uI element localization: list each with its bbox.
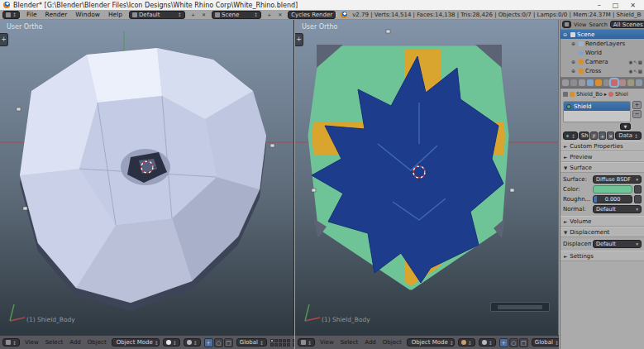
maximize-button[interactable]: □ xyxy=(613,2,619,9)
mode-dropdown[interactable]: Object Mode ↕ xyxy=(407,338,455,347)
viewport-left-canvas[interactable] xyxy=(0,20,294,335)
menu-view[interactable]: View xyxy=(318,339,336,346)
delete-layout-button[interactable]: ✕ xyxy=(201,12,207,17)
rotate-manipulator-button[interactable]: ○ xyxy=(214,338,223,347)
restrict-render-icon[interactable]: ▦ xyxy=(638,69,642,74)
tab-object[interactable] xyxy=(595,79,602,86)
shield-model-solid[interactable] xyxy=(20,48,266,311)
outliner-editor-selector[interactable] xyxy=(562,21,571,28)
panel-volume[interactable]: ► Volume xyxy=(561,216,644,227)
add-layout-button[interactable]: + xyxy=(190,12,196,17)
shield-model-material[interactable] xyxy=(307,45,510,289)
viewport-shading-dropdown[interactable]: ↕ xyxy=(163,338,180,347)
mode-dropdown[interactable]: Object Mode ↕ xyxy=(112,338,160,347)
data-source-dropdown[interactable]: Data ↕ xyxy=(615,131,642,140)
editor-type-selector[interactable]: ↕ xyxy=(2,11,20,19)
roughness-socket-button[interactable] xyxy=(634,195,642,203)
pivot-dropdown[interactable]: ↕ xyxy=(479,338,496,347)
tab-scene[interactable] xyxy=(579,79,585,86)
render-engine-dropdown[interactable]: Cycles Render ↕ xyxy=(288,11,336,19)
tab-texture[interactable] xyxy=(619,79,626,86)
layers-widget[interactable] xyxy=(270,339,294,347)
menu-add[interactable]: Add xyxy=(68,339,83,346)
translate-manipulator-button[interactable]: + xyxy=(204,338,213,347)
toolshelf-expand-tab[interactable]: + xyxy=(0,33,8,46)
rotate-manipulator-button[interactable]: ○ xyxy=(509,338,518,347)
restrict-render-icon[interactable]: ▦ xyxy=(638,60,642,65)
menu-render[interactable]: Render xyxy=(44,11,69,18)
origin-marker[interactable] xyxy=(312,189,316,192)
restrict-select-icon[interactable]: ↖ xyxy=(633,69,637,74)
tree-item-cross[interactable]: ⊕ Cross ◉ ↖ ▦ xyxy=(561,66,644,75)
collapse-icon[interactable]: ⊖ xyxy=(563,31,569,37)
tree-item-renderlayers[interactable]: ⊕ RenderLayers xyxy=(561,39,644,48)
material-slot-selected[interactable]: Shield xyxy=(564,102,630,111)
close-button[interactable]: ✕ xyxy=(630,2,636,9)
expand-icon[interactable]: ⊕ xyxy=(571,68,577,74)
tree-item-camera[interactable]: ⊕ Camera ◉ ↖ ▦ xyxy=(561,57,644,66)
surface-shader-dropdown[interactable]: Diffuse BSDF ▾ xyxy=(593,175,642,184)
outliner-view-menu[interactable]: View xyxy=(574,22,586,28)
menu-help[interactable]: Help xyxy=(107,11,124,18)
tab-render-layers[interactable] xyxy=(570,79,577,86)
scale-manipulator-button[interactable]: □ xyxy=(519,338,528,347)
unlink-material-button[interactable]: ✕ xyxy=(607,131,614,140)
diffuse-color-swatch[interactable] xyxy=(593,185,632,194)
viewport-right[interactable]: User Ortho + (1) Shield_Body xyxy=(295,20,559,335)
breadcrumb-material[interactable]: Shiel xyxy=(615,91,628,98)
menu-window[interactable]: Window xyxy=(74,11,102,18)
origin-marker[interactable] xyxy=(270,144,274,147)
editor-type-selector[interactable]: ↕ xyxy=(2,338,20,347)
origin-marker[interactable] xyxy=(23,207,27,210)
viewport-right-canvas[interactable] xyxy=(295,20,559,335)
slot-specials-button[interactable]: ▼ xyxy=(620,123,631,130)
menu-select[interactable]: Select xyxy=(339,339,360,346)
origin-marker[interactable] xyxy=(17,108,21,111)
color-socket-button[interactable] xyxy=(634,185,642,194)
panel-preview[interactable]: ► Preview xyxy=(561,151,644,162)
normal-dropdown[interactable]: Default ▾ xyxy=(593,205,642,213)
viewport-shading-dropdown[interactable]: ↕ xyxy=(458,338,475,347)
orientation-dropdown[interactable]: Global ↕ xyxy=(236,338,267,347)
tree-item-world[interactable]: World xyxy=(561,48,644,57)
tab-render[interactable] xyxy=(562,79,569,86)
panel-displacement[interactable]: ▼ Displacement xyxy=(561,227,644,237)
restrict-view-icon[interactable]: ◉ xyxy=(628,60,632,65)
fake-user-button[interactable]: F xyxy=(590,131,598,140)
material-slot-list[interactable]: Shield xyxy=(563,101,631,122)
breadcrumb-object[interactable]: Shield_Bo xyxy=(576,91,603,98)
roughness-slider[interactable]: 0.000 xyxy=(593,195,632,203)
tab-world[interactable] xyxy=(587,79,594,86)
delete-scene-button[interactable]: ✕ xyxy=(277,12,283,17)
screen-layout-dropdown[interactable]: Default ↕ xyxy=(129,11,185,19)
toolshelf-expand-tab[interactable]: + xyxy=(295,33,303,46)
displacement-dropdown[interactable]: Default ▾ xyxy=(593,240,642,248)
restrict-view-icon[interactable]: ◉ xyxy=(628,69,632,74)
panel-custom-properties[interactable]: ► Custom Properties xyxy=(561,141,644,151)
outliner-scope-dropdown[interactable]: All Scenes xyxy=(610,21,644,28)
remove-slot-button[interactable]: − xyxy=(632,110,642,118)
tree-item-scene[interactable]: ⊖ Scene xyxy=(561,30,644,39)
menu-select[interactable]: Select xyxy=(44,339,65,346)
expand-icon[interactable]: ⊕ xyxy=(571,41,577,46)
orientation-dropdown[interactable]: Global ↕ xyxy=(532,338,559,347)
pivot-dropdown[interactable]: ↕ xyxy=(184,338,201,347)
expand-icon[interactable]: ⊕ xyxy=(571,59,577,65)
menu-view[interactable]: View xyxy=(23,339,41,346)
tab-modifiers[interactable] xyxy=(603,79,610,86)
new-material-button[interactable]: + xyxy=(599,131,606,140)
material-name-field[interactable]: Shield xyxy=(579,131,589,140)
editor-type-selector[interactable]: ↕ xyxy=(298,338,315,347)
add-slot-button[interactable]: + xyxy=(632,101,642,109)
add-scene-button[interactable]: + xyxy=(266,12,272,17)
tab-particles[interactable] xyxy=(627,79,634,86)
origin-marker[interactable] xyxy=(510,189,514,192)
origin-marker[interactable] xyxy=(386,30,390,33)
scene-dropdown[interactable]: Scene ↕ xyxy=(212,11,261,19)
menu-file[interactable]: File xyxy=(25,11,39,18)
tab-material[interactable] xyxy=(611,79,618,86)
browse-material-dropdown[interactable]: ↕ xyxy=(563,131,578,140)
menu-object[interactable]: Object xyxy=(381,339,403,346)
menu-add[interactable]: Add xyxy=(363,339,378,346)
panel-settings[interactable]: ► Settings xyxy=(561,251,644,261)
